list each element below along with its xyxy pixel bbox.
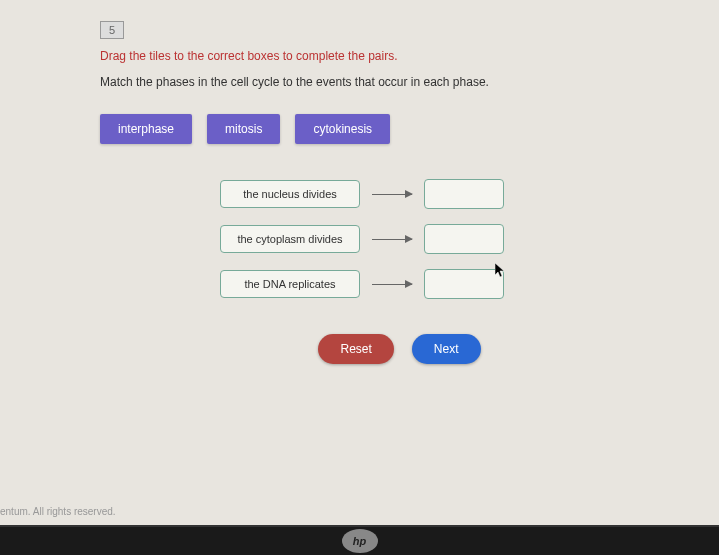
event-dna-replicates: the DNA replicates bbox=[220, 270, 360, 298]
laptop-bezel: hp bbox=[0, 525, 719, 555]
pairs-container: the nucleus divides the cytoplasm divide… bbox=[220, 179, 619, 299]
tiles-container: interphase mitosis cytokinesis bbox=[100, 114, 619, 144]
footer-copyright: entum. All rights reserved. bbox=[0, 506, 116, 517]
tile-interphase[interactable]: interphase bbox=[100, 114, 192, 144]
tile-mitosis[interactable]: mitosis bbox=[207, 114, 280, 144]
pair-row: the nucleus divides bbox=[220, 179, 619, 209]
drop-zone-3[interactable] bbox=[424, 269, 504, 299]
arrow-icon bbox=[372, 239, 412, 240]
pair-row: the cytoplasm divides bbox=[220, 224, 619, 254]
question-number-badge: 5 bbox=[100, 21, 124, 39]
arrow-icon bbox=[372, 284, 412, 285]
drop-zone-1[interactable] bbox=[424, 179, 504, 209]
buttons-row: Reset Next bbox=[180, 334, 619, 364]
tile-cytokinesis[interactable]: cytokinesis bbox=[295, 114, 390, 144]
instruction-primary: Drag the tiles to the correct boxes to c… bbox=[100, 49, 619, 63]
instruction-secondary: Match the phases in the cell cycle to th… bbox=[100, 75, 619, 89]
question-content: 5 Drag the tiles to the correct boxes to… bbox=[0, 0, 719, 384]
drop-zone-2[interactable] bbox=[424, 224, 504, 254]
next-button[interactable]: Next bbox=[412, 334, 481, 364]
hp-logo: hp bbox=[342, 529, 378, 553]
event-cytoplasm-divides: the cytoplasm divides bbox=[220, 225, 360, 253]
arrow-icon bbox=[372, 194, 412, 195]
pair-row: the DNA replicates bbox=[220, 269, 619, 299]
reset-button[interactable]: Reset bbox=[318, 334, 393, 364]
event-nucleus-divides: the nucleus divides bbox=[220, 180, 360, 208]
